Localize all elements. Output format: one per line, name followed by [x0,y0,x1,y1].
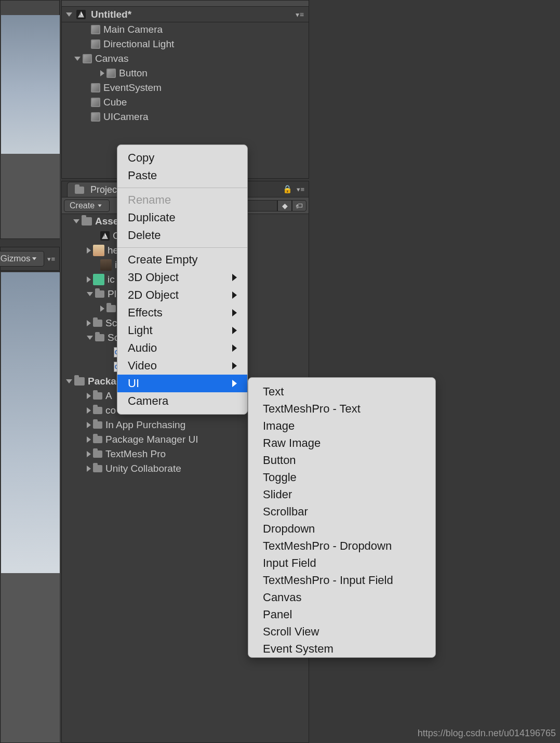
foldout-down-icon[interactable] [66,12,72,17]
foldout-down-icon[interactable] [73,219,79,223]
hierarchy-item-cube[interactable]: Cube [62,95,309,110]
submenu-item-slider[interactable]: Slider [248,486,435,503]
context-menu-paste[interactable]: Paste [117,167,247,184]
hierarchy-item-directional-light[interactable]: Directional Light [62,37,309,51]
gizmos-button[interactable]: Gizmos [0,251,44,267]
foldout-right-icon[interactable] [100,306,104,312]
submenu-item-scrollbar[interactable]: Scrollbar [248,503,435,520]
foldout-down-icon[interactable] [74,57,81,61]
submenu-item-event-system[interactable]: Event System [248,640,435,657]
submenu-item-dropdown[interactable]: Dropdown [248,520,435,537]
context-menu-video[interactable]: Video [117,357,247,375]
menu-label: TextMeshPro - Text [263,402,361,416]
scene-toolbar: Gizmos ▾≡ [0,247,60,271]
folder-icon [106,305,116,312]
foldout-right-icon[interactable] [100,70,104,76]
chevron-down-icon [32,257,36,260]
hierarchy-item-event-system[interactable]: EventSystem [62,81,309,95]
menu-label: Dropdown [263,522,315,536]
hierarchy-item-main-camera[interactable]: Main Camera [62,22,309,37]
folder-icon [82,217,92,225]
hierarchy-label: Main Camera [103,24,163,35]
submenu-item-raw-image[interactable]: Raw Image [248,434,435,452]
submenu-item-image[interactable]: Image [248,417,435,434]
menu-label: Event System [263,642,334,656]
submenu-item-tmp-input-field[interactable]: TextMeshPro - Input Field [248,572,435,589]
gameobject-icon [91,112,100,122]
panel-options-icon[interactable]: ▾≡ [297,185,304,193]
project-label: Unity Collaborate [105,463,181,474]
scene-view-bottom[interactable] [0,271,60,743]
filter-by-label-button[interactable]: 🏷 [292,200,306,211]
submenu-item-tmp-text[interactable]: TextMeshPro - Text [248,400,435,417]
submenu-item-scroll-view[interactable]: Scroll View [248,623,435,640]
folder-icon [93,450,102,458]
submenu-item-panel[interactable]: Panel [248,606,435,623]
scene-view-top[interactable] [0,0,60,239]
context-menu-camera[interactable]: Camera [117,392,247,410]
hierarchy-scene-header[interactable]: Untitled* ▾≡ [62,7,309,22]
context-menu-3d-object[interactable]: 3D Object [117,269,247,286]
context-menu-2d-object[interactable]: 2D Object [117,286,247,304]
hierarchy-item-canvas[interactable]: Canvas [62,51,309,66]
menu-label: Duplicate [128,211,176,224]
gameobject-icon [91,39,100,49]
project-label: TextMesh Pro [105,448,166,460]
foldout-right-icon[interactable] [87,422,91,428]
gameobject-icon [83,54,92,63]
foldout-down-icon[interactable] [87,292,93,296]
submenu-item-button[interactable]: Button [248,452,435,469]
project-label: Sc [105,317,117,329]
context-menu-light[interactable]: Light [117,322,247,339]
submenu-item-input-field[interactable]: Input Field [248,554,435,572]
lock-icon[interactable]: 🔒 [283,184,292,194]
folder-icon [95,290,104,298]
menu-label: 2D Object [128,288,179,302]
panel-options-icon[interactable]: ▾≡ [296,10,304,19]
create-button[interactable]: Create [64,200,110,212]
watermark-url: https://blog.csdn.net/u014196765 [418,728,556,739]
foldout-right-icon[interactable] [87,276,91,283]
context-menu-create-empty[interactable]: Create Empty [117,251,247,269]
submenu-item-toggle[interactable]: Toggle [248,469,435,486]
menu-label: Input Field [263,556,316,570]
scene-view-render [1,15,60,238]
submenu-item-canvas[interactable]: Canvas [248,589,435,606]
context-menu-effects[interactable]: Effects [117,304,247,322]
context-menu-audio[interactable]: Audio [117,339,247,357]
viewport-column: Gizmos ▾≡ [0,0,60,743]
menu-label: Delete [128,229,161,242]
submenu-arrow-icon [232,327,237,334]
submenu-item-tmp-dropdown[interactable]: TextMeshPro - Dropdown [248,537,435,554]
context-menu-copy[interactable]: Copy [117,149,247,167]
context-menu-ui[interactable]: UI [117,375,247,392]
foldout-down-icon[interactable] [87,336,93,340]
submenu-item-text[interactable]: Text [248,383,435,400]
context-menu-duplicate[interactable]: Duplicate [117,209,247,227]
submenu-arrow-icon [232,274,237,281]
filter-by-type-button[interactable]: ◆ [277,200,292,211]
foldout-right-icon[interactable] [87,466,91,472]
panel-menu-icon[interactable]: ▾≡ [47,255,55,263]
foldout-right-icon[interactable] [87,436,91,443]
foldout-right-icon[interactable] [87,393,91,399]
hierarchy-item-button[interactable]: Button [62,66,309,81]
foldout-right-icon[interactable] [87,451,91,457]
context-menu-rename: Rename [117,191,247,209]
unity-scene-icon [100,231,110,241]
folder-icon [95,334,104,341]
hierarchy-item-ui-camera[interactable]: UICamera [62,110,309,124]
context-menu-delete[interactable]: Delete [117,227,247,244]
foldout-right-icon[interactable] [87,320,91,326]
menu-label: Scroll View [263,625,319,639]
foldout-down-icon[interactable] [66,379,72,383]
texture-thumbnail-icon [93,245,104,256]
menu-label: Rename [128,193,171,207]
folder-icon [75,187,84,194]
chevron-down-icon [98,204,101,207]
unity-scene-icon [76,10,86,19]
foldout-right-icon[interactable] [87,247,91,254]
ui-submenu: Text TextMeshPro - Text Image Raw Image … [248,377,436,658]
project-label: A [105,390,112,402]
foldout-right-icon[interactable] [87,407,91,414]
